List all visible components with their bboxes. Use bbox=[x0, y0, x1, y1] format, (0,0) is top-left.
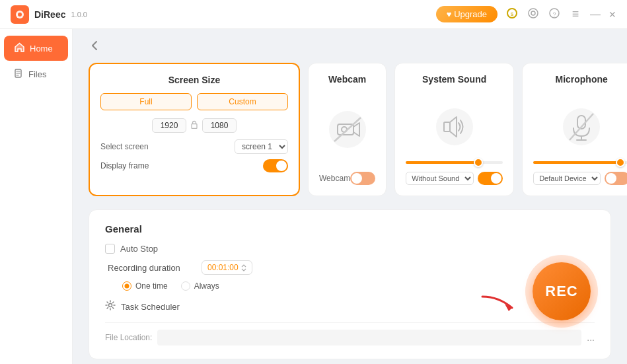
mic-row: Default Device bbox=[533, 172, 627, 185]
microphone-toggle[interactable] bbox=[605, 172, 627, 185]
webcam-title: Webcam bbox=[319, 74, 375, 85]
duration-row: Recording duration 00:01:00 bbox=[105, 260, 595, 275]
mic-slider-track bbox=[533, 161, 627, 164]
toggle-thumb bbox=[351, 173, 362, 184]
toggle-thumb bbox=[491, 173, 501, 184]
rec-button-container: REC bbox=[525, 255, 598, 328]
sidebar-item-files[interactable]: Files bbox=[4, 62, 68, 87]
autostop-label: Auto Stop bbox=[120, 244, 158, 254]
full-size-button[interactable]: Full bbox=[100, 93, 192, 110]
app-version: 1.0.0 bbox=[71, 11, 87, 18]
minimize-button[interactable]: — bbox=[590, 9, 601, 20]
autostop-checkbox[interactable] bbox=[105, 244, 115, 254]
svg-text:?: ? bbox=[552, 11, 556, 17]
sidebar-item-home[interactable]: Home bbox=[4, 36, 68, 61]
mic-icon-area bbox=[562, 92, 601, 161]
files-icon bbox=[15, 69, 23, 80]
size-btn-group: Full Custom bbox=[100, 93, 288, 110]
app-name: DiReec bbox=[34, 9, 65, 20]
system-sound-center: Without Sound bbox=[406, 92, 503, 185]
rec-button-outer: REC bbox=[525, 255, 598, 328]
microphone-center: Default Device bbox=[533, 92, 627, 185]
sound-select[interactable]: Without Sound bbox=[406, 172, 474, 185]
radio-always[interactable]: Always bbox=[181, 281, 219, 291]
titlebar-right: ♥ Upgrade $ ? ≡ — ✕ bbox=[436, 6, 616, 22]
arrow-indicator bbox=[476, 280, 522, 316]
sound-slider-thumb[interactable] bbox=[474, 158, 483, 167]
screen-size-title: Screen Size bbox=[100, 75, 288, 85]
display-frame-toggle[interactable] bbox=[263, 159, 288, 172]
svg-point-23 bbox=[109, 304, 112, 307]
sound-slider-fill bbox=[406, 161, 478, 164]
radio-one-time[interactable]: One time bbox=[122, 281, 168, 291]
sound-row: Without Sound bbox=[406, 172, 503, 185]
svg-rect-9 bbox=[192, 124, 197, 129]
titlebar: DiReec 1.0.0 ♥ Upgrade $ ? ≡ — ✕ bbox=[0, 0, 627, 29]
sidebar-home-label: Home bbox=[30, 44, 53, 54]
menu-icon[interactable]: ≡ bbox=[569, 7, 582, 21]
screen-size-card: Screen Size Full Custom Select screen sc… bbox=[89, 63, 300, 196]
radio-btn-one-time[interactable] bbox=[122, 281, 131, 291]
file-location-label: File Location: bbox=[105, 333, 152, 342]
coin-icon[interactable]: $ bbox=[505, 7, 519, 22]
duration-stepper[interactable] bbox=[241, 264, 246, 272]
webcam-icon bbox=[328, 110, 367, 149]
autostop-row: Auto Stop bbox=[105, 244, 595, 254]
radio-one-time-label: One time bbox=[135, 281, 168, 291]
webcam-label: Webcam bbox=[319, 174, 350, 183]
file-dots-button[interactable]: ... bbox=[587, 332, 595, 343]
radio-btn-always[interactable] bbox=[181, 281, 190, 291]
screen-select[interactable]: screen 1 bbox=[235, 139, 288, 154]
system-sound-icon bbox=[435, 107, 474, 147]
file-path-display bbox=[157, 330, 581, 346]
file-location-row: File Location: ... bbox=[105, 322, 595, 346]
help-icon[interactable]: ? bbox=[548, 7, 561, 22]
rec-button[interactable]: REC bbox=[533, 262, 591, 320]
duration-input-wrapper: 00:01:00 bbox=[202, 260, 252, 275]
general-title: General bbox=[105, 223, 595, 235]
microphone-title: Microphone bbox=[533, 74, 627, 85]
height-input[interactable] bbox=[202, 118, 237, 133]
custom-size-button[interactable]: Custom bbox=[197, 93, 288, 110]
mic-slider-container[interactable] bbox=[533, 161, 627, 164]
sound-slider-track bbox=[406, 161, 503, 164]
mic-slider-thumb[interactable] bbox=[616, 158, 625, 167]
titlebar-left: DiReec 1.0.0 bbox=[11, 5, 87, 24]
cards-row: Screen Size Full Custom Select screen sc… bbox=[89, 63, 611, 196]
system-sound-title: System Sound bbox=[406, 74, 503, 85]
toggle-thumb bbox=[276, 161, 287, 171]
close-button[interactable]: ✕ bbox=[609, 9, 616, 20]
webcam-toggle[interactable] bbox=[350, 172, 375, 185]
sidebar-files-label: Files bbox=[28, 69, 46, 79]
radio-always-label: Always bbox=[194, 281, 219, 291]
display-frame-row: Display frame bbox=[100, 159, 288, 172]
webcam-icon-area bbox=[328, 92, 367, 166]
microphone-card: Microphone bbox=[522, 63, 627, 196]
sound-icon-area bbox=[435, 92, 474, 161]
home-icon bbox=[15, 42, 24, 54]
webcam-center: Webcam bbox=[319, 92, 375, 185]
svg-text:$: $ bbox=[511, 11, 514, 17]
toggle-thumb bbox=[606, 173, 616, 184]
mic-slider-fill bbox=[533, 161, 620, 164]
webcam-card: Webcam bbox=[308, 63, 387, 196]
settings-ring-icon[interactable] bbox=[527, 7, 540, 22]
dimension-row bbox=[100, 118, 288, 133]
width-input[interactable] bbox=[152, 118, 186, 133]
svg-point-4 bbox=[529, 9, 538, 18]
system-sound-toggle[interactable] bbox=[478, 172, 503, 185]
rec-label: REC bbox=[545, 283, 577, 300]
mic-device-select[interactable]: Default Device bbox=[533, 172, 601, 185]
sidebar: Home Files bbox=[0, 29, 73, 364]
task-scheduler-label: Task Scheduler bbox=[121, 302, 180, 312]
svg-point-15 bbox=[436, 108, 473, 145]
svg-point-5 bbox=[531, 11, 535, 15]
microphone-icon bbox=[562, 107, 601, 147]
duration-label: Recording duration bbox=[108, 263, 194, 273]
upgrade-button[interactable]: ♥ Upgrade bbox=[436, 6, 498, 22]
sound-slider-container[interactable] bbox=[406, 161, 503, 164]
select-screen-row: Select screen screen 1 bbox=[100, 139, 288, 154]
duration-value[interactable]: 00:01:00 bbox=[207, 263, 239, 272]
display-frame-label: Display frame bbox=[100, 161, 149, 170]
back-button[interactable] bbox=[89, 40, 100, 55]
